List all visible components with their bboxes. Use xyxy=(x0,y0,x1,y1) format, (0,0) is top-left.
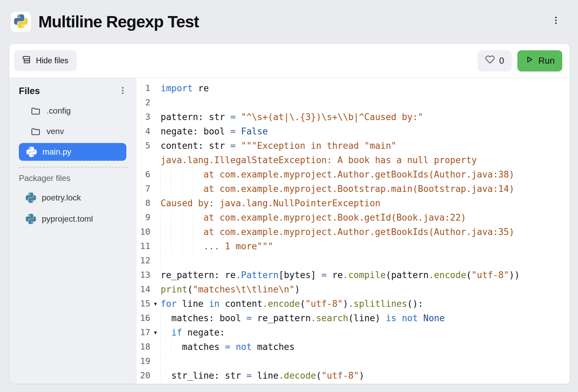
code-text: for line in content.encode("utf-8").spli… xyxy=(161,297,423,311)
code-line[interactable]: 13 re_pattern: re.Pattern[bytes] = re.co… xyxy=(137,268,570,282)
code-text: at com.example.myproject.Bootstrap.main(… xyxy=(161,182,514,196)
code-text: content: str = """Exception in thread "m… xyxy=(161,139,397,153)
indent-guide xyxy=(161,340,171,354)
fold-arrow-icon xyxy=(150,239,161,253)
code-line[interactable]: java.lang.IllegalStateException: A book … xyxy=(137,153,570,167)
packager-heading: Packager files xyxy=(19,172,128,184)
packager-file-list: poetry.lock pyproject.toml xyxy=(19,189,128,228)
code-text: import re xyxy=(161,81,209,95)
line-number: 15 xyxy=(137,297,150,311)
fold-arrow-icon xyxy=(150,282,161,297)
fold-arrow-icon xyxy=(150,167,161,182)
indent-guide xyxy=(182,239,193,253)
code-line[interactable]: 9 at com.example.myproject.Book.getId(Bo… xyxy=(137,210,570,225)
indent-guide xyxy=(161,253,171,268)
indent-guide xyxy=(171,167,182,182)
code-line[interactable]: 14 print("matches\t\tline\n") xyxy=(137,282,570,297)
code-line[interactable]: 18 matches = not matches xyxy=(137,340,570,354)
line-number: 8 xyxy=(137,196,150,210)
run-label: Run xyxy=(538,55,555,66)
code-line[interactable]: 12 xyxy=(137,253,570,268)
likes-button[interactable]: 0 xyxy=(478,50,512,71)
line-number: 12 xyxy=(137,253,150,268)
run-button[interactable]: Run xyxy=(517,50,562,71)
code-line[interactable]: 10 at com.example.myproject.Author.getBo… xyxy=(137,225,570,239)
line-number: 1 xyxy=(137,81,150,95)
heart-icon xyxy=(485,55,495,67)
code-line[interactable]: 8 Caused by: java.lang.NullPointerExcept… xyxy=(137,196,570,210)
sidebar-item-poetry.lock[interactable]: poetry.lock xyxy=(19,189,128,207)
sidebar-item-.config[interactable]: .config xyxy=(19,102,128,120)
fold-arrow-icon xyxy=(150,153,161,167)
sidebar-item-main.py[interactable]: main.py xyxy=(19,143,126,161)
hide-files-button[interactable]: Hide files xyxy=(14,50,77,71)
fold-arrow-icon xyxy=(150,95,161,110)
indent-guide xyxy=(171,225,182,239)
folder-icon xyxy=(30,126,41,136)
code-line[interactable]: 16 matches: bool = re_pattern.search(lin… xyxy=(137,311,570,325)
indent-guide xyxy=(161,167,171,182)
kebab-icon xyxy=(551,16,561,26)
line-number: 19 xyxy=(137,354,150,368)
files-heading: Files xyxy=(19,86,40,96)
header-menu-button[interactable] xyxy=(548,13,564,29)
code-text: at com.example.myproject.Author.getBookI… xyxy=(161,225,514,239)
line-number: 3 xyxy=(137,110,150,124)
hide-files-label: Hide files xyxy=(36,56,68,65)
indent-guide xyxy=(171,340,182,354)
code-line[interactable]: 17 ▼ if negate: xyxy=(137,325,570,340)
indent-guide xyxy=(161,225,171,239)
files-menu-button[interactable] xyxy=(117,85,128,97)
indent-guide xyxy=(161,239,171,253)
sidebar-item-pyproject.toml[interactable]: pyproject.toml xyxy=(19,210,128,228)
fold-arrow-icon xyxy=(150,340,161,354)
file-name: venv xyxy=(47,127,64,136)
code-line[interactable]: 3 pattern: str = "^\s+(at|\.{3})\s+\\b|^… xyxy=(137,110,570,124)
file-name: main.py xyxy=(42,147,71,157)
code-line[interactable]: 11 ... 1 more""" xyxy=(137,239,570,253)
code-line[interactable]: 7 at com.example.myproject.Bootstrap.mai… xyxy=(137,182,570,196)
indent-guide xyxy=(171,210,182,225)
repl-panel: Hide files 0 Run Files .config xyxy=(9,43,570,384)
fold-arrow-icon xyxy=(150,368,161,383)
python-icon xyxy=(26,147,37,157)
files-sidebar: Files .config venv main.py Packager file… xyxy=(9,78,137,384)
indent-guide xyxy=(193,167,203,182)
code-lines: 1 import re 2 3 pattern: str = "^\s+(at|… xyxy=(137,81,570,383)
code-line[interactable]: 5 content: str = """Exception in thread … xyxy=(137,139,570,153)
fold-arrow-icon[interactable]: ▼ xyxy=(150,297,161,311)
code-text: negate: bool = False xyxy=(161,124,268,139)
sidebar-item-venv[interactable]: venv xyxy=(19,122,128,140)
code-line[interactable]: 19 xyxy=(137,354,570,368)
play-icon xyxy=(525,55,534,66)
line-number: 7 xyxy=(137,182,150,196)
line-number: 4 xyxy=(137,124,150,139)
line-number: 9 xyxy=(137,210,150,225)
fold-arrow-icon xyxy=(150,110,161,124)
code-line[interactable]: 20 str_line: str = line.decode("utf-8") xyxy=(137,368,570,383)
file-name: pyproject.toml xyxy=(42,214,93,224)
code-editor[interactable]: 1 import re 2 3 pattern: str = "^\s+(at|… xyxy=(137,78,570,384)
line-number: 5 xyxy=(137,139,150,153)
kebab-icon xyxy=(118,86,127,96)
code-line[interactable]: 15 ▼ for line in content.encode("utf-8")… xyxy=(137,297,570,311)
line-number: 6 xyxy=(137,167,150,182)
code-text: re_pattern: re.Pattern[bytes] = re.compi… xyxy=(161,268,520,282)
indent-guide xyxy=(161,325,171,340)
code-text: at com.example.myproject.Book.getId(Book… xyxy=(161,210,466,225)
code-text: print("matches\t\tline\n") xyxy=(161,282,300,297)
code-line[interactable]: 1 import re xyxy=(137,81,570,95)
code-line[interactable]: 4 negate: bool = False xyxy=(137,124,570,139)
code-line[interactable]: 2 xyxy=(137,95,570,110)
code-line[interactable]: 6 at com.example.myproject.Author.getBoo… xyxy=(137,167,570,182)
fold-arrow-icon[interactable]: ▼ xyxy=(150,325,161,340)
fold-arrow-icon xyxy=(150,253,161,268)
file-name: .config xyxy=(47,106,71,116)
line-number: 11 xyxy=(137,239,150,253)
indent-guide xyxy=(182,182,193,196)
files-panel-icon xyxy=(22,55,32,66)
indent-guide xyxy=(182,225,193,239)
fold-arrow-icon xyxy=(150,139,161,153)
indent-guide xyxy=(171,182,182,196)
indent-guide xyxy=(161,368,171,383)
